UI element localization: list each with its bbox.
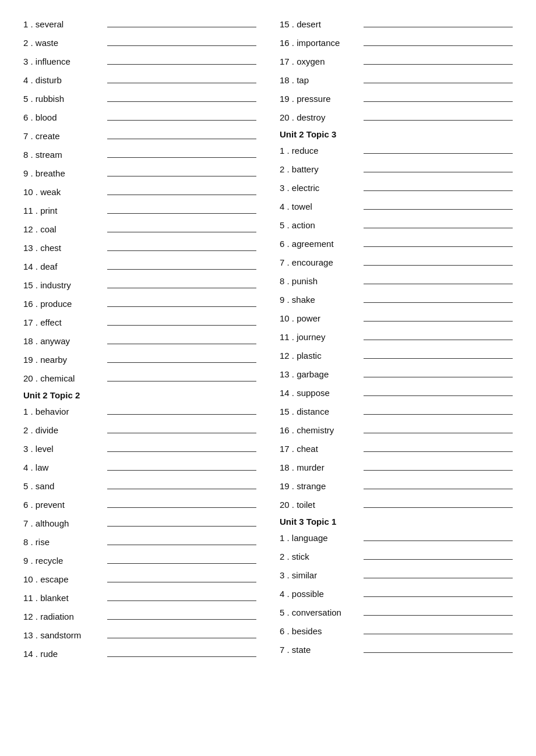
- answer-line: [107, 563, 256, 564]
- list-item: 3 . similar: [280, 568, 513, 582]
- item-label: 12 . plastic: [280, 349, 361, 363]
- answer-line: [107, 27, 256, 27]
- answer-line: [364, 377, 513, 377]
- answer-line: [107, 600, 256, 601]
- answer-line: [107, 83, 256, 83]
- answer-line: [364, 578, 513, 578]
- item-label: 11 . print: [23, 204, 105, 218]
- answer-line: [364, 190, 513, 191]
- list-item: 14 . deaf: [23, 260, 256, 274]
- item-label: 18 . murder: [280, 461, 361, 475]
- list-item: 16 . chemistry: [280, 423, 513, 437]
- list-item: 15 . industry: [23, 278, 256, 292]
- answer-line: [107, 619, 256, 620]
- answer-line: [364, 27, 513, 27]
- item-label: 4 . disturb: [23, 73, 105, 87]
- list-item: 1 . several: [23, 17, 256, 31]
- answer-line: [107, 325, 256, 326]
- list-item: 12 . coal: [23, 222, 256, 236]
- list-item: 19 . strange: [280, 479, 513, 493]
- list-item: 12 . radiation: [23, 610, 256, 624]
- list-item: 2 . divide: [23, 423, 256, 437]
- right-section2-heading: Unit 2 Topic 3: [280, 129, 513, 139]
- answer-line: [364, 284, 513, 284]
- answer-line: [364, 540, 513, 541]
- answer-line: [107, 507, 256, 508]
- list-item: 6 . blood: [23, 111, 256, 125]
- item-label: 16 . chemistry: [280, 423, 361, 437]
- answer-line: [364, 451, 513, 452]
- item-label: 7 . encourage: [280, 256, 361, 270]
- item-label: 1 . language: [280, 531, 361, 545]
- list-item: 3 . electric: [280, 181, 513, 195]
- answer-line: [107, 250, 256, 251]
- item-label: 16 . importance: [280, 36, 361, 50]
- list-item: 8 . rise: [23, 535, 256, 549]
- answer-line: [107, 344, 256, 344]
- item-label: 7 . although: [23, 517, 105, 531]
- answer-line: [364, 414, 513, 415]
- answer-line: [107, 101, 256, 102]
- answer-line: [364, 489, 513, 489]
- answer-line: [107, 195, 256, 195]
- list-item: 8 . stream: [23, 148, 256, 162]
- item-label: 6 . blood: [23, 111, 105, 125]
- answer-line: [364, 470, 513, 471]
- item-label: 9 . recycle: [23, 554, 105, 568]
- list-item: 5 . action: [280, 218, 513, 232]
- item-label: 3 . electric: [280, 181, 361, 195]
- list-item: 7 . although: [23, 517, 256, 531]
- item-label: 20 . destroy: [280, 111, 361, 125]
- answer-line: [107, 269, 256, 270]
- list-item: 11 . blanket: [23, 591, 256, 605]
- list-item: 6 . prevent: [23, 498, 256, 512]
- answer-line: [107, 306, 256, 307]
- answer-line: [107, 582, 256, 582]
- answer-line: [364, 120, 513, 121]
- list-item: 6 . besides: [280, 624, 513, 638]
- answer-line: [107, 489, 256, 489]
- item-label: 5 . conversation: [280, 606, 361, 620]
- item-label: 20 . chemical: [23, 372, 105, 386]
- answer-line: [364, 172, 513, 172]
- list-item: 1 . reduce: [280, 144, 513, 158]
- answer-line: [107, 213, 256, 214]
- answer-line: [107, 362, 256, 363]
- list-item: 9 . shake: [280, 293, 513, 307]
- item-label: 11 . journey: [280, 330, 361, 344]
- item-label: 1 . behavior: [23, 405, 105, 419]
- answer-line: [107, 176, 256, 176]
- list-item: 4 . possible: [280, 587, 513, 601]
- answer-line: [107, 656, 256, 657]
- list-item: 8 . punish: [280, 274, 513, 288]
- item-label: 14 . deaf: [23, 260, 105, 274]
- item-label: 4 . towel: [280, 200, 361, 214]
- answer-line: [107, 638, 256, 638]
- item-label: 17 . cheat: [280, 442, 361, 456]
- answer-line: [107, 120, 256, 121]
- answer-line: [107, 232, 256, 232]
- list-item: 12 . plastic: [280, 349, 513, 363]
- list-item: 9 . breathe: [23, 167, 256, 181]
- item-label: 14 . rude: [23, 647, 105, 661]
- list-item: 17 . cheat: [280, 442, 513, 456]
- answer-line: [107, 64, 256, 65]
- answer-line: [364, 596, 513, 597]
- item-label: 9 . breathe: [23, 167, 105, 181]
- list-item: 18 . tap: [280, 73, 513, 87]
- answer-line: [107, 157, 256, 158]
- list-item: 6 . agreement: [280, 237, 513, 251]
- answer-line: [364, 433, 513, 433]
- list-item: 15 . distance: [280, 405, 513, 419]
- item-label: 2 . battery: [280, 162, 361, 176]
- item-label: 18 . anyway: [23, 334, 105, 348]
- list-item: 4 . disturb: [23, 73, 256, 87]
- item-label: 10 . weak: [23, 185, 105, 199]
- answer-line: [364, 559, 513, 560]
- list-item: 19 . pressure: [280, 92, 513, 106]
- item-label: 2 . waste: [23, 36, 105, 50]
- list-item: 7 . encourage: [280, 256, 513, 270]
- answer-line: [364, 321, 513, 322]
- item-label: 19 . pressure: [280, 92, 361, 106]
- item-label: 8 . rise: [23, 535, 105, 549]
